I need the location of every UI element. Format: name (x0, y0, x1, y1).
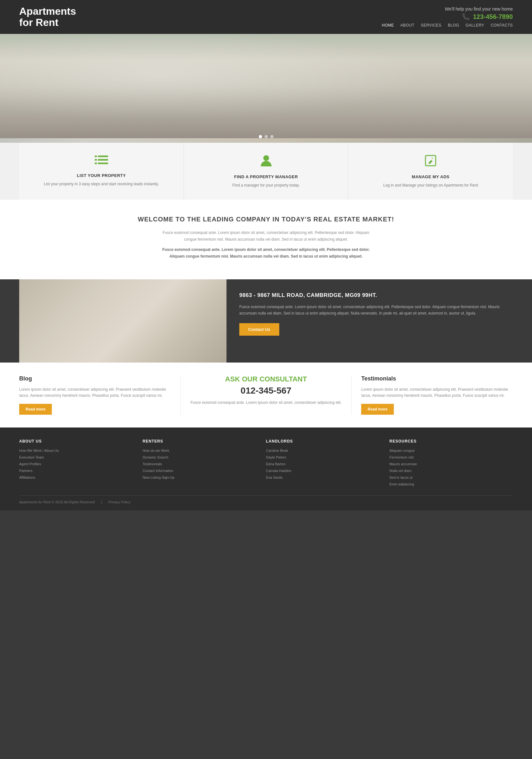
nav-gallery[interactable]: GALLERY (466, 23, 484, 27)
hero-room (0, 34, 532, 138)
testimonials-title: Testimonials (361, 375, 513, 382)
hero-dot-3[interactable] (270, 135, 274, 138)
footer-landlords: LANDLORDS Caroline Beek Dayle Peters Edn… (266, 439, 390, 487)
property-info: 9863 - 9867 MILL ROAD, CAMBRIDGE, MG09 9… (226, 279, 513, 363)
footer-link[interactable]: Aliquam congue (389, 447, 513, 454)
blog-title: Blog (19, 375, 171, 382)
footer-link[interactable]: Agent Profiles (19, 461, 143, 467)
site-footer: ABOUT US How We Work / About Us Executiv… (0, 427, 532, 510)
phone-icon: 📞 (462, 13, 470, 20)
contact-us-button[interactable]: Contact Us (239, 323, 279, 336)
welcome-para2: Fusce euismod consequat ante. Lorem ipsu… (157, 246, 375, 260)
feature-ads-title: MANAGE MY ADS (357, 175, 504, 179)
blog-column: Blog Lorem ipsum dolor sit amet, consect… (19, 375, 181, 415)
footer-link[interactable]: Affiliations (19, 474, 143, 481)
footer-link[interactable]: Testimonials (143, 461, 266, 467)
feature-list-property[interactable]: LIST YOUR PROPERTY List your property in… (19, 143, 184, 200)
footer-link[interactable]: Executive Team (19, 454, 143, 461)
feature-ads-desc: Log in and Manage your listings on Apart… (357, 182, 504, 188)
list-icon (28, 154, 175, 169)
property-desc: Fusce euismod consequat ante. Lorem ipsu… (239, 304, 500, 317)
hero-image (0, 34, 532, 143)
consultant-title: ASK OUR CONSULTANT (190, 375, 342, 383)
footer-resources: RESOURCES Aliquam congue Fermentum nisl … (389, 439, 513, 487)
feature-manager-desc: Find a manager for your property today. (193, 182, 339, 188)
footer-resources-title: RESOURCES (389, 439, 513, 444)
feature-manager-title: FIND A PROPERTY MANAGER (193, 175, 339, 179)
footer-link[interactable]: Camala Haddon (266, 467, 390, 474)
footer-link[interactable]: Partners (19, 467, 143, 474)
footer-link[interactable]: Fermentum nisl (389, 454, 513, 461)
property-address: 9863 - 9867 MILL ROAD, CAMBRIDGE, MG09 9… (239, 292, 500, 299)
consultant-phone: 012-345-567 (190, 385, 342, 396)
footer-landlords-title: LANDLORDS (266, 439, 390, 444)
feature-find-manager[interactable]: FIND A PROPERTY MANAGER Find a manager f… (184, 143, 349, 200)
feature-list-desc: List your property in 3 easy steps and s… (28, 181, 175, 187)
testimonials-column: Testimonials Lorem ipsum dolor sit amet,… (352, 375, 513, 415)
features-section: LIST YOUR PROPERTY List your property in… (0, 143, 532, 200)
hero-dots (259, 135, 274, 138)
footer-link[interactable]: Mauris accumsan (389, 461, 513, 467)
nav-about[interactable]: ABOUT (400, 23, 415, 27)
header-right: We'll help you find your new home 📞 123-… (382, 6, 513, 27)
footer-bottom: Apartments for Rent © 2015 All Rights Re… (19, 495, 513, 504)
bottom-section: Blog Lorem ipsum dolor sit amet, consect… (0, 363, 532, 427)
person-icon (193, 154, 339, 170)
footer-link[interactable]: Eva Savits (266, 474, 390, 481)
tagline: We'll help you find your new home (382, 6, 513, 12)
footer-link[interactable]: Dynamic Search (143, 454, 266, 461)
footer-link[interactable]: How We Work / About Us (19, 447, 143, 454)
logo-line2: for Rent (19, 17, 58, 28)
edit-icon (357, 154, 504, 170)
svg-rect-5 (95, 163, 97, 164)
blog-read-more-button[interactable]: Read more (19, 404, 52, 415)
footer-about-title: ABOUT US (19, 439, 143, 444)
footer-renters: RENTERS How do we Work Dynamic Search Te… (143, 439, 266, 487)
logo: Apartments for Rent (19, 6, 76, 28)
footer-link[interactable]: How do we Work (143, 447, 266, 454)
hero-dot-1[interactable] (259, 135, 262, 138)
nav-blog[interactable]: BLOG (448, 23, 459, 27)
welcome-para1: Fusce euismod consequat ante. Lorem ipsu… (157, 229, 375, 243)
footer-link[interactable]: Caroline Beek (266, 447, 390, 454)
feature-manage-ads[interactable]: MANAGE MY ADS Log in and Manage your lis… (348, 143, 513, 200)
footer-columns: ABOUT US How We Work / About Us Executiv… (19, 439, 513, 487)
footer-link[interactable]: Sed in lacus ut (389, 474, 513, 481)
footer-link[interactable]: Contact Information (143, 467, 266, 474)
nav-services[interactable]: SERVICES (421, 23, 441, 27)
main-nav: HOME ABOUT SERVICES BLOG GALLERY CONTACT… (382, 23, 513, 27)
welcome-title: WELCOME TO THE LEADING COMPANY IN TODAY'… (32, 216, 500, 223)
svg-rect-4 (95, 159, 97, 161)
svg-rect-1 (98, 159, 108, 161)
privacy-link[interactable]: Privacy Policy (108, 500, 130, 504)
svg-point-6 (263, 155, 269, 161)
footer-link[interactable]: New Listing Sign-Up (143, 474, 266, 481)
copyright: Apartments for Rent © 2015 All Rights Re… (19, 500, 95, 504)
hero-dot-2[interactable] (265, 135, 268, 138)
welcome-section: WELCOME TO THE LEADING COMPANY IN TODAY'… (0, 200, 532, 279)
footer-link[interactable]: Edna Barton (266, 461, 390, 467)
footer-link[interactable]: Enim adipiscing (389, 481, 513, 488)
nav-home[interactable]: HOME (382, 23, 394, 27)
property-image (19, 279, 226, 363)
site-header: Apartments for Rent We'll help you find … (0, 0, 532, 34)
testimonials-text: Lorem ipsum dolor sit amet, consectetuer… (361, 386, 513, 399)
footer-link[interactable]: Dayle Peters (266, 454, 390, 461)
svg-rect-2 (98, 163, 108, 164)
hero-section (0, 34, 532, 143)
consultant-column: ASK OUR CONSULTANT 012-345-567 Fusce eui… (181, 375, 352, 415)
svg-rect-3 (95, 155, 97, 157)
svg-rect-0 (98, 155, 108, 157)
feature-list-title: LIST YOUR PROPERTY (28, 173, 175, 178)
consultant-text: Fusce euismod consequat ante. Lorem ipsu… (190, 400, 342, 406)
phone-number: 📞 123-456-7890 (382, 13, 513, 20)
separator: | (101, 500, 102, 504)
testimonials-read-more-button[interactable]: Read more (361, 404, 394, 415)
footer-about: ABOUT US How We Work / About Us Executiv… (19, 439, 143, 487)
logo-line1: Apartments (19, 5, 76, 17)
nav-contacts[interactable]: CONTACTS (491, 23, 513, 27)
footer-renters-title: RENTERS (143, 439, 266, 444)
blog-text: Lorem ipsum dolor sit amet, consectetuer… (19, 386, 171, 399)
footer-link[interactable]: Nulla vel diam (389, 467, 513, 474)
property-section: 9863 - 9867 MILL ROAD, CAMBRIDGE, MG09 9… (0, 279, 532, 363)
